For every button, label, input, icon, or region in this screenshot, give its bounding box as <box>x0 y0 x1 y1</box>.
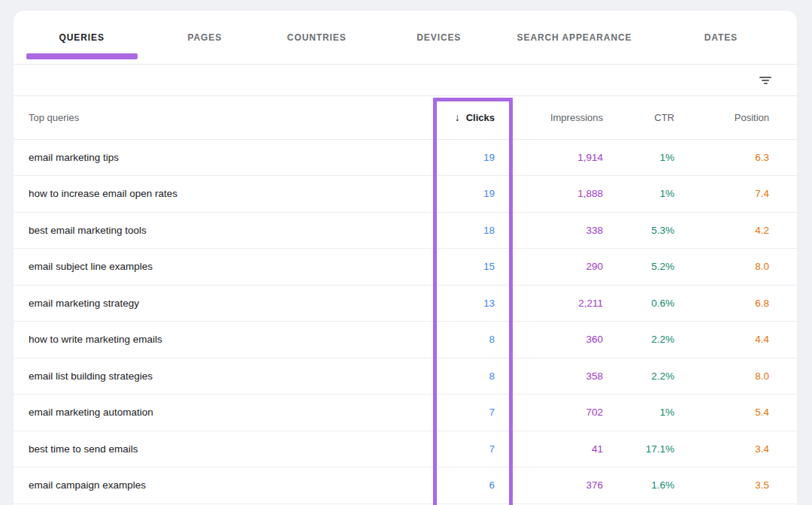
ctr-cell: 1.6% <box>626 467 697 504</box>
impressions-cell: 41 <box>513 431 626 467</box>
table-row[interactable]: email subject line examples 15 290 5.2% … <box>14 249 797 286</box>
tab-pages-label: PAGES <box>187 32 222 43</box>
clicks-cell: 18 <box>433 212 513 249</box>
position-cell: 7.4 <box>697 176 797 213</box>
impressions-cell: 376 <box>513 467 626 504</box>
clicks-cell: 19 <box>433 176 513 213</box>
table-row[interactable]: email marketing strategy 13 2,211 0.6% 6… <box>14 285 797 322</box>
table-row[interactable]: how to increase email open rates 19 1,88… <box>14 176 797 213</box>
clicks-cell: 8 <box>433 322 513 358</box>
ctr-cell: 17.1% <box>626 431 697 467</box>
impressions-cell: 338 <box>513 212 626 249</box>
impressions-cell: 290 <box>513 249 626 286</box>
table-row[interactable]: how to write marketing emails 8 360 2.2%… <box>14 322 797 358</box>
tab-bar: QUERIES PAGES COUNTRIES DEVICES SEARCH A… <box>14 11 797 65</box>
position-cell: 6.8 <box>697 285 797 322</box>
clicks-cell: 8 <box>433 358 513 395</box>
ctr-cell: 5.2% <box>626 249 697 286</box>
tab-devices-label: DEVICES <box>417 32 461 43</box>
page-background: QUERIES PAGES COUNTRIES DEVICES SEARCH A… <box>0 0 812 505</box>
column-header-top-queries[interactable]: Top queries <box>14 96 433 139</box>
clicks-cell: 7 <box>433 395 513 431</box>
column-header-impressions[interactable]: Impressions <box>513 96 626 139</box>
position-cell: 4.2 <box>697 212 797 249</box>
tab-countries-label: COUNTRIES <box>287 32 347 43</box>
query-cell[interactable]: email marketing strategy <box>14 285 433 322</box>
position-cell: 3.5 <box>697 467 797 504</box>
query-cell[interactable]: best email marketing tools <box>14 212 433 249</box>
ctr-cell: 5.3% <box>626 212 697 249</box>
position-cell: 8.0 <box>697 358 797 395</box>
impressions-cell: 358 <box>513 358 626 395</box>
query-cell[interactable]: email campaign examples <box>14 467 433 504</box>
table-row[interactable]: best time to send emails 7 41 17.1% 3.4 <box>14 431 797 467</box>
position-cell: 5.4 <box>697 395 797 431</box>
tab-dates[interactable]: DATES <box>645 11 797 64</box>
impressions-cell: 1,914 <box>513 139 626 176</box>
tab-search-appearance[interactable]: SEARCH APPEARANCE <box>504 11 645 64</box>
table-row[interactable]: email campaign examples 6 376 1.6% 3.5 <box>14 467 797 504</box>
filter-funnel-icon[interactable] <box>756 71 774 89</box>
table-row[interactable]: email list building strategies 8 358 2.2… <box>14 358 797 395</box>
impressions-cell: 702 <box>513 395 626 431</box>
query-cell[interactable]: best time to send emails <box>14 431 433 467</box>
ctr-cell: 1% <box>626 395 697 431</box>
tab-countries[interactable]: COUNTRIES <box>259 11 374 64</box>
position-cell: 4.4 <box>697 322 797 358</box>
tab-devices[interactable]: DEVICES <box>374 11 504 64</box>
tab-dates-label: DATES <box>704 32 738 43</box>
sort-desc-arrow-icon: ↓ <box>455 111 460 123</box>
clicks-cell: 7 <box>433 431 513 467</box>
tab-pages[interactable]: PAGES <box>150 11 259 64</box>
table-body: email marketing tips 19 1,914 1% 6.3 how… <box>14 139 797 503</box>
query-cell[interactable]: how to write marketing emails <box>14 322 433 358</box>
table-header-row: Top queries ↓Clicks Impressions CTR Posi… <box>14 96 797 139</box>
impressions-cell: 360 <box>513 322 626 358</box>
ctr-cell: 1% <box>626 176 697 213</box>
query-cell[interactable]: email marketing automation <box>14 395 433 431</box>
query-cell[interactable]: email list building strategies <box>14 358 433 395</box>
position-cell: 3.4 <box>697 431 797 467</box>
column-header-clicks-label: Clicks <box>466 112 495 123</box>
query-cell[interactable]: email subject line examples <box>14 249 433 286</box>
column-header-clicks[interactable]: ↓Clicks <box>433 96 513 139</box>
clicks-cell: 15 <box>433 249 513 286</box>
ctr-cell: 0.6% <box>626 285 697 322</box>
tab-queries-label: QUERIES <box>59 32 104 43</box>
table-row[interactable]: best email marketing tools 18 338 5.3% 4… <box>14 212 797 249</box>
query-cell[interactable]: email marketing tips <box>14 139 433 176</box>
clicks-cell: 13 <box>433 285 513 322</box>
tab-queries[interactable]: QUERIES <box>14 11 150 64</box>
active-tab-underline <box>26 53 138 59</box>
impressions-cell: 1,888 <box>513 176 626 213</box>
clicks-cell: 19 <box>433 139 513 176</box>
ctr-cell: 2.2% <box>626 322 697 358</box>
queries-table: Top queries ↓Clicks Impressions CTR Posi… <box>14 96 797 504</box>
position-cell: 8.0 <box>697 249 797 286</box>
impressions-cell: 2,211 <box>513 285 626 322</box>
ctr-cell: 2.2% <box>626 358 697 395</box>
ctr-cell: 1% <box>626 139 697 176</box>
column-header-ctr[interactable]: CTR <box>626 96 697 139</box>
position-cell: 6.3 <box>697 139 797 176</box>
column-header-position[interactable]: Position <box>697 96 797 139</box>
tab-search-appearance-label: SEARCH APPEARANCE <box>517 32 632 43</box>
clicks-cell: 6 <box>433 467 513 504</box>
table-row[interactable]: email marketing automation 7 702 1% 5.4 <box>14 395 797 431</box>
filter-row <box>14 65 797 96</box>
query-cell[interactable]: how to increase email open rates <box>14 176 433 213</box>
performance-report-card: QUERIES PAGES COUNTRIES DEVICES SEARCH A… <box>14 11 797 505</box>
table-row[interactable]: email marketing tips 19 1,914 1% 6.3 <box>14 139 797 176</box>
